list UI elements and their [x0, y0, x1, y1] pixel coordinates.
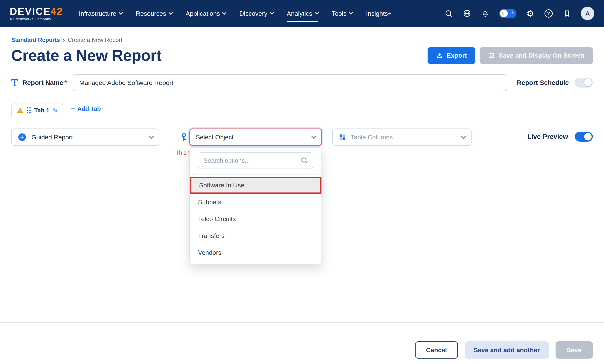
chevron-down-icon: [119, 11, 123, 15]
option-list: Software In Use Subnets Telco Circuits T…: [190, 175, 321, 261]
toggle-knob: [584, 79, 592, 87]
chevron-down-icon: [169, 11, 173, 15]
report-schedule-group: Report Schedule: [517, 78, 593, 88]
main-nav: Infrastructure Resources Applications Di…: [79, 7, 392, 20]
save-and-add-another-button[interactable]: Save and add another: [465, 341, 549, 359]
guided-report-icon: [18, 133, 26, 142]
chevron-down-icon: [270, 11, 274, 15]
nav-label: Discovery: [239, 10, 267, 17]
logo-accent: 42: [51, 6, 63, 17]
option-transfers[interactable]: Transfers: [190, 227, 321, 244]
plus-icon: +: [71, 105, 75, 113]
table-columns-select[interactable]: Table Columns: [332, 128, 472, 146]
option-search-input[interactable]: [198, 152, 313, 169]
report-builder-row: Guided Report Select Object This f S: [11, 128, 593, 146]
toggle-knob: [584, 133, 592, 140]
device42-logo[interactable]: DEVICE42 A Freshworks Company: [10, 6, 63, 21]
chevron-down-icon: [149, 134, 154, 138]
tab-label: Tab 1: [34, 107, 50, 114]
key-icon: [180, 133, 187, 141]
nav-item-insights[interactable]: Insights+: [366, 7, 392, 20]
user-avatar[interactable]: A: [581, 7, 594, 20]
search-icon: [301, 157, 308, 164]
required-asterisk: *: [64, 79, 67, 86]
bookmark-icon[interactable]: [563, 9, 571, 18]
search-icon[interactable]: [444, 9, 453, 18]
select-object-group: Select Object This f Software In Use Sub…: [189, 128, 322, 146]
help-icon[interactable]: ?: [544, 9, 553, 18]
select-object-panel: Software In Use Subnets Telco Circuits T…: [189, 147, 322, 264]
nav-item-infrastructure[interactable]: Infrastructure: [79, 7, 122, 20]
moon-icon: ☾: [500, 10, 508, 17]
report-type-select[interactable]: Guided Report: [11, 128, 159, 146]
footer-divider: [0, 322, 604, 323]
footer-actions: Cancel Save and add another Save: [11, 341, 593, 359]
chevron-down-icon: [315, 11, 319, 15]
table-icon: [488, 52, 495, 59]
nav-label: Applications: [186, 10, 220, 17]
chevron-down-icon: [311, 134, 316, 138]
chevron-down-icon: [222, 11, 226, 15]
nav-label: Analytics: [287, 10, 312, 17]
select-object-value: Select Object: [196, 134, 234, 141]
warning-icon: [17, 107, 24, 113]
globe-icon[interactable]: [463, 9, 472, 18]
header-actions: Export Save and Display On Screen: [428, 47, 593, 64]
page-content: Standard Reports › Create a New Report C…: [0, 37, 604, 359]
select-object-dropdown[interactable]: Select Object: [189, 128, 322, 146]
option-vendors[interactable]: Vendors: [190, 244, 321, 261]
save-and-display-button[interactable]: Save and Display On Screen: [479, 47, 593, 64]
report-schedule-toggle[interactable]: [575, 78, 593, 88]
nav-item-analytics[interactable]: Analytics: [287, 7, 318, 20]
live-preview-group: Live Preview: [527, 132, 593, 142]
report-schedule-label: Report Schedule: [517, 79, 569, 87]
option-subnets[interactable]: Subnets: [190, 194, 321, 210]
logo-tagline: A Freshworks Company: [10, 17, 63, 21]
edit-tab-icon[interactable]: ✎: [53, 107, 58, 114]
top-navbar: DEVICE42 A Freshworks Company Infrastruc…: [0, 0, 604, 27]
breadcrumb-standard-reports[interactable]: Standard Reports: [11, 37, 60, 43]
bell-icon[interactable]: [481, 9, 490, 18]
tab-1[interactable]: Tab 1 ✎: [11, 103, 63, 118]
report-type-value: Guided Report: [31, 134, 73, 141]
chevron-down-icon: [461, 134, 466, 138]
save-display-label: Save and Display On Screen: [499, 52, 585, 59]
validation-error-text: This f: [176, 150, 190, 156]
nav-item-tools[interactable]: Tools: [332, 7, 352, 20]
download-icon: [436, 52, 443, 59]
drag-handle-icon[interactable]: [27, 107, 31, 113]
export-button[interactable]: Export: [428, 47, 475, 64]
add-tab-label: Add Tab: [77, 105, 101, 112]
nav-label: Insights+: [366, 10, 392, 17]
option-telco-circuits[interactable]: Telco Circuits: [190, 210, 321, 227]
nav-item-discovery[interactable]: Discovery: [239, 7, 273, 20]
sun-icon: ☀: [510, 10, 515, 15]
save-button[interactable]: Save: [555, 341, 593, 359]
tab-bar: Tab 1 ✎ + Add Tab: [11, 102, 593, 117]
option-software-in-use[interactable]: Software In Use: [190, 177, 321, 194]
theme-toggle[interactable]: ☾ ☀: [499, 9, 516, 18]
add-tab-button[interactable]: + Add Tab: [71, 105, 101, 115]
chevron-down-icon: [349, 11, 353, 15]
export-label: Export: [447, 52, 467, 59]
nav-item-applications[interactable]: Applications: [186, 7, 226, 20]
page-title: Create a New Report: [11, 46, 162, 64]
live-preview-toggle[interactable]: [575, 132, 593, 142]
gear-icon[interactable]: ⚙: [526, 9, 535, 18]
table-columns-placeholder: Table Columns: [351, 134, 393, 141]
nav-label: Tools: [332, 10, 347, 17]
breadcrumb: Standard Reports › Create a New Report: [11, 37, 593, 43]
breadcrumb-separator: ›: [63, 37, 65, 43]
title-row: Create a New Report Export Save and Disp…: [11, 46, 593, 64]
navbar-actions: ☾ ☀ ⚙ ? A: [444, 7, 594, 20]
report-name-row: T Report Name* Report Schedule: [11, 74, 593, 91]
report-name-input[interactable]: [73, 74, 507, 91]
option-search-wrap: [190, 148, 321, 175]
nav-item-resources[interactable]: Resources: [136, 7, 172, 20]
nav-label: Infrastructure: [79, 10, 116, 17]
report-name-label: Report Name*: [23, 79, 67, 87]
nav-label: Resources: [136, 10, 166, 17]
cancel-button[interactable]: Cancel: [415, 341, 458, 359]
text-tool-icon: T: [11, 77, 18, 88]
breadcrumb-current: Create a New Report: [68, 37, 122, 43]
